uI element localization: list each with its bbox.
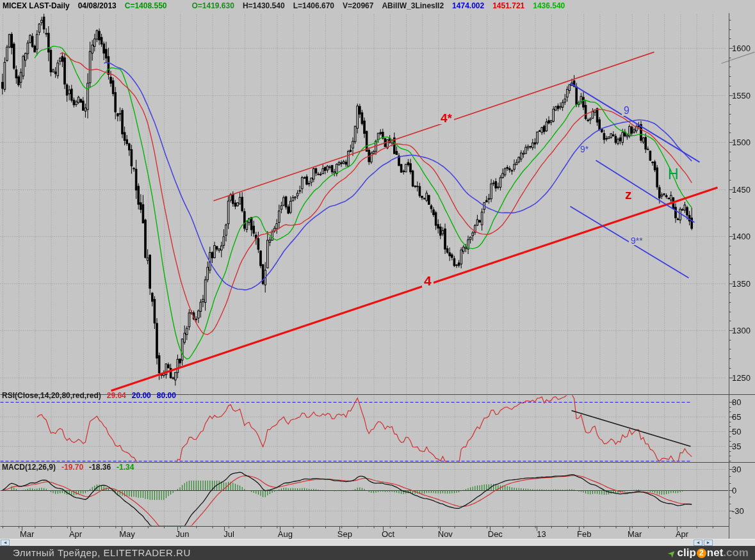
logo-2-badge: 2: [697, 548, 706, 558]
month-label: Mar: [628, 529, 642, 539]
price-axis-label: 1500: [732, 138, 751, 147]
price-axis-label: 1350: [732, 278, 751, 288]
month-label: Jun: [176, 529, 190, 539]
macd-label-text: MACD(12,26,9): [2, 463, 56, 472]
rsi-axis-label: 65: [732, 412, 741, 421]
month-label: Apr: [69, 529, 82, 539]
month-label: 13: [537, 529, 546, 539]
logo-clip: clip: [678, 547, 696, 559]
price-axis-label: 1300: [732, 326, 751, 335]
header-field-9: 1451.721: [492, 1, 524, 10]
scroll-right-button-1[interactable]: ◄: [694, 540, 702, 546]
quote-header: MICEX LAST-Daily04/08/2013C=1408.550O=14…: [3, 1, 573, 12]
header-field-7: ABillW_3LinesII2: [382, 1, 444, 10]
macd-axis-label: 30: [732, 465, 741, 474]
rsi-label-text: RSI(Close,14,20,80,red,red): [2, 391, 101, 400]
annotation-wave-4: 4: [422, 274, 434, 287]
rsi-level-low: 20.00: [132, 391, 151, 400]
logo-dotcom: .com: [723, 547, 749, 559]
scroll-left-button[interactable]: ◄: [1, 540, 10, 546]
rsi-value: 29.64: [107, 391, 126, 400]
rsi-level-high: 80.00: [157, 391, 176, 400]
month-label: Nov: [438, 529, 453, 539]
header-field-8: 1474.002: [452, 1, 484, 10]
month-label: Apr: [676, 529, 688, 539]
month-label: Aug: [278, 529, 293, 539]
rsi-axis-label: 50: [732, 426, 741, 436]
watermark-text: Элитный Трейдер, ELITETRADER.RU: [13, 546, 191, 560]
macd-hist-value: -1.34: [117, 463, 134, 472]
month-label: Mar: [20, 529, 34, 539]
annotation-line-9: 9: [622, 106, 631, 116]
price-axis-label: 1400: [732, 232, 751, 241]
chart-window: MICEX LAST-Daily04/08/2013C=1408.550O=14…: [0, 0, 755, 560]
annotation-line-9-double-star: 9**: [629, 236, 645, 245]
logo-net: net: [707, 547, 724, 559]
header-field-10: 1436.540: [533, 1, 565, 10]
price-axis-label: 1250: [732, 372, 751, 382]
price-axis-label: 1600: [732, 44, 751, 53]
price-axis-label: 1550: [732, 90, 751, 100]
header-field-6: V=20967: [343, 1, 373, 10]
annotation-line-9-star: 9*: [580, 145, 589, 154]
month-label: May: [119, 529, 135, 539]
macd-main-value: -18.36: [89, 463, 111, 472]
header-field-1: 04/08/2013: [78, 1, 117, 10]
chart-canvas[interactable]: [0, 0, 755, 560]
annotation-wave-H: H: [668, 167, 679, 182]
annotation-wave-4-star: 4*: [439, 112, 454, 124]
header-field-2: C=1408.550: [125, 1, 167, 10]
month-label: Dec: [488, 529, 503, 539]
macd-axis-label: -30: [732, 506, 744, 515]
rsi-indicator-label: RSI(Close,14,20,80,red,red)29.6420.0080.…: [2, 391, 182, 400]
macd-axis-label: 0: [732, 485, 736, 495]
header-field-5: L=1406.670: [293, 1, 334, 10]
month-label: Sep: [337, 529, 352, 539]
scroll-right-button-2[interactable]: ►: [704, 540, 713, 546]
annotation-wave-z: z: [625, 188, 632, 201]
month-label: Oct: [382, 529, 394, 539]
macd-indicator-label: MACD(12,26,9)-19.70-18.36-1.34: [2, 463, 140, 472]
macd-signal-value: -19.70: [61, 463, 83, 472]
price-axis-label: 1450: [732, 184, 751, 194]
watermark-bar: Элитный Трейдер, ELITETRADER.RU ➤clip2ne…: [0, 546, 755, 560]
header-field-4: H=1430.540: [243, 1, 285, 10]
month-label: Feb: [577, 529, 591, 539]
header-field-0: MICEX LAST-Daily: [3, 1, 70, 10]
month-label: Jul: [223, 529, 234, 539]
clip2net-logo: ➤clip2net.com: [669, 546, 749, 560]
rsi-axis-label: 80: [732, 397, 741, 407]
header-field-3: O=1419.630: [191, 1, 234, 10]
rsi-axis-label: 35: [732, 441, 741, 451]
